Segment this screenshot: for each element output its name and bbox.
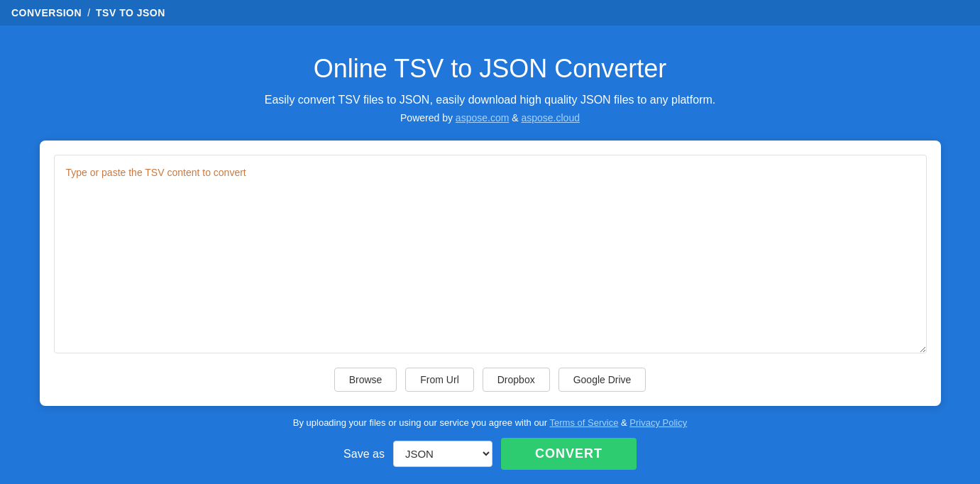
format-select[interactable]: JSON CSV XML XLSX	[393, 441, 492, 467]
terms-row: By uploading your files or using our ser…	[293, 417, 687, 428]
save-as-label: Save as	[343, 448, 385, 461]
convert-button[interactable]: CONVERT	[501, 438, 637, 470]
page-subtitle: Easily convert TSV files to JSON, easily…	[265, 94, 716, 106]
breadcrumb-separator: /	[87, 7, 90, 18]
breadcrumb-conversion[interactable]: CONVERSION	[11, 7, 82, 18]
page-title: Online TSV to JSON Converter	[314, 54, 667, 84]
terms-of-service-link[interactable]: Terms of Service	[550, 417, 619, 428]
tsv-input[interactable]	[54, 155, 927, 353]
browse-button[interactable]: Browse	[334, 368, 397, 392]
top-bar: CONVERSION / TSV TO JSON	[0, 0, 980, 26]
terms-prefix: By uploading your files or using our ser…	[293, 417, 550, 428]
aspose-com-link[interactable]: aspose.com	[456, 112, 509, 123]
google-drive-button[interactable]: Google Drive	[558, 368, 646, 392]
breadcrumb-subpage[interactable]: TSV TO JSON	[96, 7, 165, 18]
main-content: Online TSV to JSON Converter Easily conv…	[0, 26, 980, 484]
powered-by-prefix: Powered by	[400, 112, 456, 123]
powered-by: Powered by aspose.com & aspose.cloud	[400, 112, 580, 123]
aspose-cloud-link[interactable]: aspose.cloud	[521, 112, 580, 123]
file-actions-row: Browse From Url Dropbox Google Drive	[54, 368, 927, 392]
dropbox-button[interactable]: Dropbox	[483, 368, 550, 392]
convert-row: Save as JSON CSV XML XLSX CONVERT	[343, 438, 637, 470]
privacy-policy-link[interactable]: Privacy Policy	[629, 417, 687, 428]
from-url-button[interactable]: From Url	[405, 368, 473, 392]
converter-card: Browse From Url Dropbox Google Drive	[40, 141, 941, 406]
ampersand-1: &	[512, 112, 521, 123]
terms-ampersand: &	[621, 417, 629, 428]
